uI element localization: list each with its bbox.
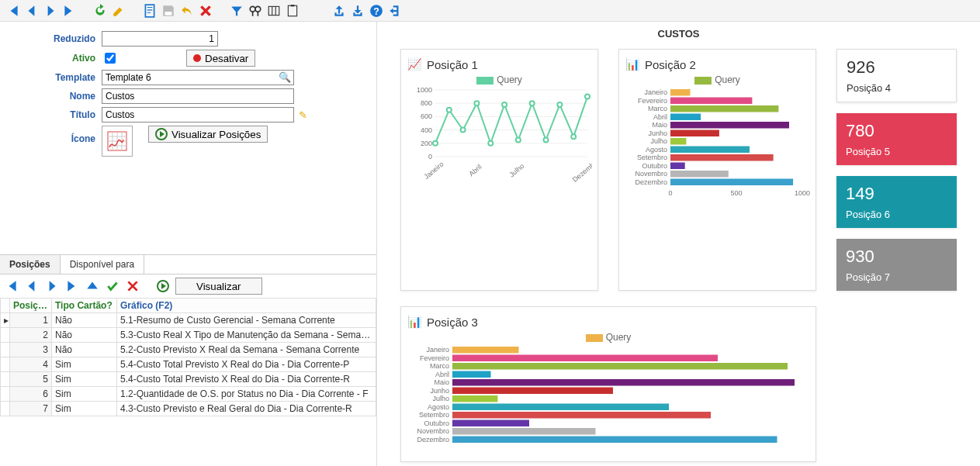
last-icon[interactable]: [62, 4, 76, 18]
grid-cancel-icon[interactable]: [126, 279, 140, 293]
table-row[interactable]: 3Não5.2-Custo Previsto X Real da Semana …: [1, 343, 376, 357]
label-nome: Nome: [12, 91, 102, 102]
refresh-icon[interactable]: [93, 4, 107, 18]
label-titulo: Título: [12, 109, 102, 120]
svg-point-25: [474, 101, 479, 105]
titulo-input[interactable]: [102, 107, 294, 123]
tab-disponivel-para[interactable]: Disponível para: [61, 255, 144, 274]
pos2-legend: Query: [625, 74, 809, 85]
svg-rect-5: [288, 5, 296, 16]
edit-icon[interactable]: [112, 4, 126, 18]
nome-input[interactable]: [102, 88, 294, 104]
filter-icon[interactable]: [230, 4, 244, 18]
bar-chart-icon: 📊: [407, 315, 422, 329]
visualizar-posicoes-button[interactable]: Visualizar Posições: [148, 126, 268, 143]
new-icon[interactable]: [143, 4, 157, 18]
svg-rect-51: [670, 138, 686, 145]
pos3-legend: Query: [407, 332, 809, 343]
stat-card: 780Posição 5: [836, 113, 957, 165]
line-chart-icon: 📈: [407, 57, 422, 71]
search-icon[interactable]: 🔍: [279, 71, 291, 83]
svg-point-29: [530, 101, 535, 105]
svg-text:Junho: Junho: [648, 129, 667, 137]
svg-rect-53: [670, 147, 750, 154]
form-area: Reduzido Ativo Desativar Template 🔍: [0, 22, 376, 254]
left-pane: Reduzido Ativo Desativar Template 🔍: [0, 22, 377, 466]
pos3-title: Posição 3: [427, 316, 478, 329]
grid-up-icon[interactable]: [85, 279, 99, 293]
svg-rect-6: [291, 5, 295, 6]
grid-visualizar-button[interactable]: Visualizar: [175, 278, 262, 295]
table-row[interactable]: 5Sim5.4-Custo Total Previsto X Real do D…: [1, 372, 376, 387]
bar-chart-icon: 📊: [625, 57, 640, 71]
chart-card-pos1: 📈Posição 1 Query 02004006008001000Janeir…: [400, 49, 598, 291]
svg-text:0: 0: [428, 153, 432, 161]
svg-text:800: 800: [421, 99, 432, 107]
clipboard-icon[interactable]: [286, 4, 300, 18]
lower-tabs: Posições Disponível para: [0, 254, 376, 274]
grid-confirm-icon[interactable]: [106, 279, 119, 293]
svg-rect-45: [670, 114, 701, 121]
svg-text:Maio: Maio: [652, 121, 667, 129]
svg-point-23: [447, 108, 452, 112]
prev-icon[interactable]: [25, 4, 39, 18]
table-row[interactable]: ▸ 1Não5.1-Resumo de Custo Gerencial - Se…: [1, 313, 376, 328]
undo-icon[interactable]: [180, 4, 194, 18]
svg-text:1000: 1000: [417, 87, 432, 94]
svg-point-32: [571, 134, 576, 139]
svg-rect-59: [670, 171, 729, 178]
ativo-checkbox[interactable]: [105, 53, 116, 64]
svg-rect-39: [670, 89, 691, 96]
find-icon[interactable]: [248, 4, 262, 18]
svg-point-24: [461, 128, 466, 133]
svg-text:Fevereiro: Fevereiro: [638, 97, 667, 105]
bar-chart-pos3: JaneiroFevereiroMarcoAbrilMaioJunhoJulho…: [407, 344, 809, 453]
line-chart-pos1: 02004006008001000JaneiroAbrilJulhoDezemb…: [407, 87, 592, 188]
delete-icon[interactable]: [199, 4, 213, 18]
svg-point-33: [585, 95, 590, 99]
label-ativo: Ativo: [12, 53, 102, 64]
exit-icon[interactable]: [388, 4, 402, 18]
grid-prev-icon[interactable]: [25, 279, 39, 293]
col-indicator: [1, 299, 10, 313]
col-tipo[interactable]: Tipo Cartão?: [52, 299, 117, 313]
save-icon[interactable]: [161, 4, 175, 18]
svg-rect-43: [670, 105, 778, 112]
svg-text:Janeiro: Janeiro: [423, 160, 445, 181]
columns-icon[interactable]: [267, 4, 281, 18]
template-input[interactable]: [102, 70, 294, 85]
svg-point-28: [516, 138, 521, 143]
help-icon[interactable]: ?: [369, 4, 383, 18]
stat-card: 149Posição 6: [836, 176, 957, 228]
desativar-button[interactable]: Desativar: [186, 50, 255, 67]
next-icon[interactable]: [43, 4, 57, 18]
grid-last-icon[interactable]: [65, 279, 79, 293]
svg-point-30: [544, 138, 549, 143]
svg-text:Dezembro: Dezembro: [635, 178, 667, 186]
table-row[interactable]: 4Sim5.4-Custo Total Previsto X Real do D…: [1, 357, 376, 372]
edit-titulo-icon[interactable]: ✎: [299, 109, 307, 121]
first-icon[interactable]: [6, 4, 20, 18]
svg-text:Novembro: Novembro: [417, 427, 449, 435]
reduzido-input[interactable]: [102, 31, 218, 47]
bar-chart-pos2: JaneiroFevereiroMarcoAbrilMaioJunhoJulho…: [625, 87, 810, 203]
icone-selector[interactable]: [102, 126, 133, 157]
col-grafico[interactable]: Gráfico (F2): [117, 299, 376, 313]
grid-first-icon[interactable]: [5, 279, 19, 293]
import-icon[interactable]: [351, 4, 365, 18]
svg-text:Abril: Abril: [435, 371, 449, 378]
grid-toolbar: Visualizar: [0, 274, 376, 298]
grid-next-icon[interactable]: [45, 279, 59, 293]
svg-rect-41: [670, 98, 752, 105]
svg-rect-72: [452, 371, 491, 378]
tab-posicoes[interactable]: Posições: [0, 255, 61, 274]
col-posicao[interactable]: Posição: [10, 299, 52, 313]
label-reduzido: Reduzido: [12, 33, 102, 44]
table-row[interactable]: 2Não5.3-Custo Real X Tipo de Manutenção …: [1, 328, 376, 343]
table-row[interactable]: 6Sim1.2-Quantidade de O.S. por Status no…: [1, 387, 376, 402]
svg-text:200: 200: [421, 140, 432, 147]
export-icon[interactable]: [332, 4, 346, 18]
grid-play-icon[interactable]: [157, 280, 169, 292]
svg-text:400: 400: [421, 126, 432, 134]
table-row[interactable]: 7Sim4.3-Custo Previsto e Real Geral do D…: [1, 402, 376, 416]
